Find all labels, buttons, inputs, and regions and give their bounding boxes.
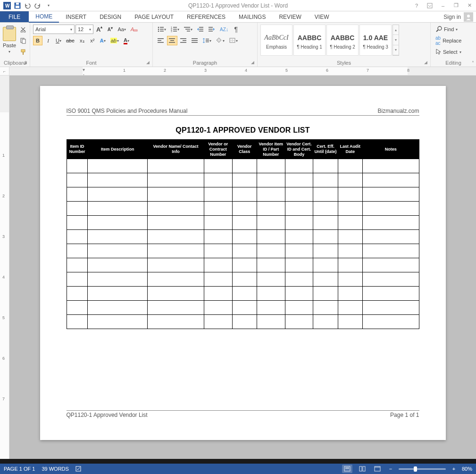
shading-icon[interactable]: ▾ [214,36,226,45]
table-cell[interactable] [285,173,313,187]
table-cell[interactable] [67,272,88,287]
table-cell[interactable] [148,287,204,301]
table-cell[interactable] [67,287,88,301]
indent-marker-icon[interactable]: ▾▴ [83,67,85,75]
table-cell[interactable] [362,202,419,216]
table-cell[interactable] [362,159,419,173]
table-cell[interactable] [232,187,257,202]
table-cell[interactable] [313,159,338,173]
align-left-icon[interactable] [156,36,166,45]
format-painter-icon[interactable] [18,47,28,57]
table-cell[interactable] [362,301,419,315]
table-cell[interactable] [232,230,257,244]
table-cell[interactable] [285,216,313,230]
table-cell[interactable] [362,244,419,258]
table-cell[interactable] [285,187,313,202]
table-cell[interactable] [88,202,148,216]
style-item[interactable]: 1.0 AAE¶ Heading 3 [359,25,392,56]
superscript-button[interactable]: x² [88,36,97,45]
table-cell[interactable] [204,287,232,301]
table-cell[interactable] [313,187,338,202]
grow-font-icon[interactable]: A▴ [94,25,104,34]
zoom-out-button[interactable]: − [387,466,394,472]
table-cell[interactable] [338,272,362,287]
undo-icon[interactable] [23,0,33,11]
table-cell[interactable] [232,216,257,230]
table-cell[interactable] [362,173,419,187]
table-cell[interactable] [148,159,204,173]
horizontal-ruler[interactable]: 12345678 ▾▴ [9,67,476,75]
increase-indent-icon[interactable] [207,25,217,34]
table-cell[interactable] [148,202,204,216]
table-cell[interactable] [313,301,338,315]
vertical-ruler[interactable]: 1234567 [0,76,9,459]
table-cell[interactable] [362,216,419,230]
table-cell[interactable] [257,202,285,216]
table-cell[interactable] [204,187,232,202]
table-cell[interactable] [148,301,204,315]
table-cell[interactable] [313,173,338,187]
bold-button[interactable]: B [33,36,42,45]
clear-formatting-icon[interactable]: A [129,25,140,34]
table-cell[interactable] [338,173,362,187]
table-cell[interactable] [313,315,338,329]
table-cell[interactable] [148,315,204,329]
table-cell[interactable] [204,202,232,216]
table-cell[interactable] [88,230,148,244]
table-cell[interactable] [67,315,88,329]
table-cell[interactable] [362,230,419,244]
tab-mailings[interactable]: MAILINGS [232,11,272,22]
bullets-icon[interactable]: ▾ [156,25,168,34]
table-cell[interactable] [67,202,88,216]
read-mode-view-icon[interactable] [357,465,367,473]
table-cell[interactable] [204,244,232,258]
table-cell[interactable] [285,202,313,216]
table-cell[interactable] [67,187,88,202]
paste-button[interactable]: Paste ▾ [3,25,16,56]
table-cell[interactable] [338,301,362,315]
table-cell[interactable] [232,301,257,315]
table-cell[interactable] [285,230,313,244]
table-cell[interactable] [67,216,88,230]
table-cell[interactable] [257,272,285,287]
redo-icon[interactable] [33,0,43,11]
tab-file[interactable]: FILE [0,11,29,22]
subscript-button[interactable]: x₂ [77,36,87,45]
table-cell[interactable] [148,230,204,244]
help-icon[interactable]: ? [410,0,423,11]
sort-icon[interactable]: AZ↓ [218,25,230,34]
table-cell[interactable] [285,272,313,287]
table-cell[interactable] [338,202,362,216]
table-cell[interactable] [232,159,257,173]
table-cell[interactable] [88,173,148,187]
table-cell[interactable] [313,287,338,301]
style-item[interactable]: AABBC¶ Heading 1 [293,25,326,56]
table-cell[interactable] [285,301,313,315]
minimize-icon[interactable]: – [436,0,450,11]
table-cell[interactable] [204,258,232,272]
tab-insert[interactable]: INSERT [59,11,93,22]
table-cell[interactable] [257,315,285,329]
table-cell[interactable] [204,272,232,287]
style-item[interactable]: AaBbCcIEmphasis [260,25,292,56]
table-cell[interactable] [362,187,419,202]
tab-references[interactable]: REFERENCES [180,11,232,22]
table-cell[interactable] [67,258,88,272]
numbering-icon[interactable]: 123▾ [169,25,181,34]
align-right-icon[interactable] [178,36,189,45]
decrease-indent-icon[interactable] [195,25,206,34]
table-cell[interactable] [338,230,362,244]
table-cell[interactable] [362,315,419,329]
font-size-combo[interactable]: 12▾ [75,25,93,34]
tab-design[interactable]: DESIGN [93,11,128,22]
table-cell[interactable] [67,301,88,315]
shrink-font-icon[interactable]: A▾ [105,25,115,34]
table-cell[interactable] [338,287,362,301]
table-cell[interactable] [338,216,362,230]
table-cell[interactable] [257,187,285,202]
font-name-combo[interactable]: Arial▾ [33,25,75,34]
dialog-launcher-icon[interactable]: ◢ [251,60,254,65]
table-cell[interactable] [313,258,338,272]
table-cell[interactable] [257,173,285,187]
select-button[interactable]: Select▾ [434,47,463,57]
